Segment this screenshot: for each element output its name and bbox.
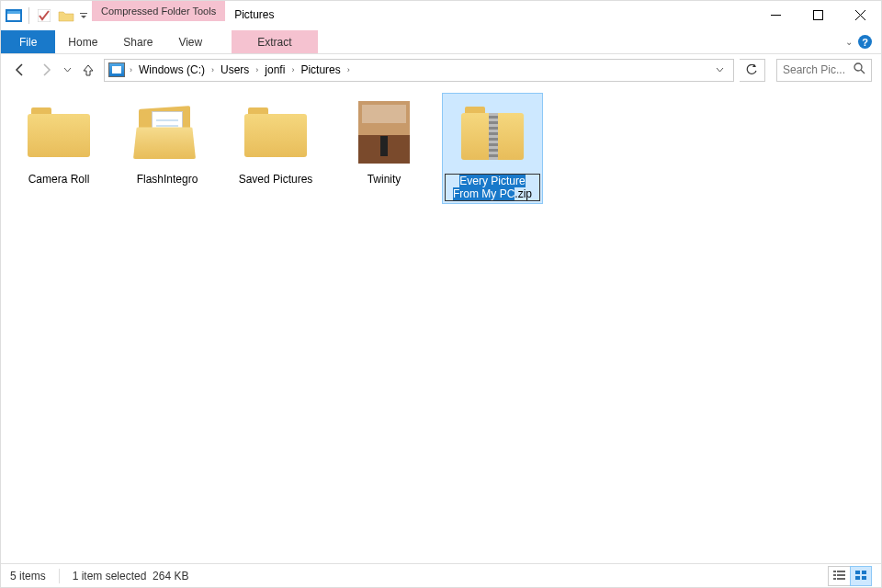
search-box[interactable] — [776, 59, 872, 82]
folder-icon — [17, 95, 101, 170]
back-button[interactable] — [10, 60, 30, 80]
item-label: Camera Roll — [28, 173, 90, 186]
maximize-button[interactable] — [797, 1, 839, 28]
zip-folder-icon — [450, 96, 535, 171]
new-folder-icon[interactable] — [57, 6, 75, 25]
app-icon[interactable] — [5, 6, 23, 25]
tab-file[interactable]: File — [1, 30, 55, 53]
item-label-rename[interactable]: Every Picture From My PC.zip — [445, 174, 540, 201]
svg-rect-17 — [862, 571, 866, 574]
refresh-button[interactable] — [740, 59, 765, 82]
properties-icon[interactable] — [35, 6, 53, 25]
image-thumbnail — [342, 95, 426, 170]
address-history-dropdown[interactable] — [710, 65, 729, 74]
chevron-right-icon[interactable]: › — [209, 65, 217, 74]
svg-rect-15 — [837, 578, 845, 580]
svg-rect-16 — [855, 571, 860, 574]
chevron-right-icon[interactable]: › — [253, 65, 261, 74]
svg-rect-10 — [833, 571, 836, 572]
large-icons-view-button[interactable] — [850, 566, 872, 586]
forward-button[interactable] — [36, 60, 56, 80]
minimize-button[interactable] — [754, 1, 797, 28]
svg-rect-6 — [813, 10, 822, 19]
window-title: Pictures — [225, 1, 754, 28]
selection-info: 1 item selected 264 KB — [73, 570, 189, 582]
svg-rect-5 — [771, 15, 781, 16]
breadcrumb-item[interactable]: jonfi — [261, 63, 288, 76]
svg-rect-14 — [833, 578, 836, 580]
svg-rect-4 — [80, 13, 87, 14]
separator — [28, 7, 29, 24]
folder-item[interactable]: Camera Roll — [8, 93, 109, 204]
qat-customize-dropdown[interactable] — [79, 12, 88, 19]
context-tab-header: Compressed Folder Tools — [92, 1, 225, 28]
context-tab-label: Compressed Folder Tools — [92, 1, 225, 21]
item-label: Saved Pictures — [239, 173, 313, 186]
ribbon-expand-icon[interactable]: ⌄ — [845, 37, 853, 47]
svg-rect-11 — [837, 571, 845, 572]
folder-item[interactable]: FlashIntegro — [117, 93, 218, 204]
ribbon-tabs: File Home Share View Extract ⌄ ? — [1, 30, 881, 54]
folder-icon — [233, 95, 318, 170]
breadcrumb-root-chevron[interactable]: › — [127, 65, 135, 74]
up-button[interactable] — [78, 60, 98, 80]
breadcrumb-item[interactable]: Pictures — [297, 63, 344, 76]
folder-open-icon — [125, 95, 209, 170]
close-button[interactable] — [839, 1, 881, 28]
folder-item[interactable]: Saved Pictures — [225, 93, 326, 204]
svg-rect-18 — [855, 576, 860, 580]
quick-access-toolbar — [1, 1, 92, 30]
svg-rect-2 — [7, 11, 20, 14]
search-icon[interactable] — [854, 62, 865, 77]
navigation-bar: › Windows (C:) › Users › jonfi › Picture… — [1, 54, 881, 85]
help-icon[interactable]: ? — [858, 35, 872, 49]
breadcrumb-item[interactable]: Windows (C:) — [135, 63, 209, 76]
window-controls — [754, 1, 881, 28]
separator — [59, 569, 60, 583]
title-bar: Compressed Folder Tools Pictures — [1, 1, 881, 30]
svg-rect-19 — [862, 576, 866, 580]
folder-item[interactable]: Twinity — [334, 93, 435, 204]
svg-line-9 — [861, 70, 865, 74]
tab-home[interactable]: Home — [55, 30, 110, 53]
details-view-button[interactable] — [828, 566, 850, 586]
zip-file-item[interactable]: Every Picture From My PC.zip — [442, 93, 543, 204]
breadcrumb-item[interactable]: Users — [217, 63, 253, 76]
svg-point-8 — [854, 63, 862, 71]
file-view[interactable]: Camera Roll FlashIntegro Saved Pictures … — [1, 85, 881, 563]
tab-extract[interactable]: Extract — [232, 30, 317, 53]
recent-locations-dropdown[interactable] — [62, 60, 73, 80]
item-count: 5 items — [10, 570, 46, 582]
tab-view[interactable]: View — [165, 30, 215, 53]
tab-share[interactable]: Share — [110, 30, 165, 53]
chevron-right-icon[interactable]: › — [288, 65, 297, 74]
breadcrumb[interactable]: › Windows (C:) › Users › jonfi › Picture… — [104, 59, 734, 82]
item-label: Twinity — [368, 173, 401, 186]
location-icon[interactable] — [108, 62, 125, 77]
svg-rect-7 — [112, 66, 121, 74]
search-input[interactable] — [783, 63, 847, 76]
svg-rect-12 — [833, 574, 836, 576]
status-bar: 5 items 1 item selected 264 KB — [1, 563, 881, 587]
svg-rect-13 — [837, 574, 845, 576]
item-label: FlashIntegro — [137, 173, 198, 186]
chevron-right-icon[interactable]: › — [345, 65, 353, 74]
